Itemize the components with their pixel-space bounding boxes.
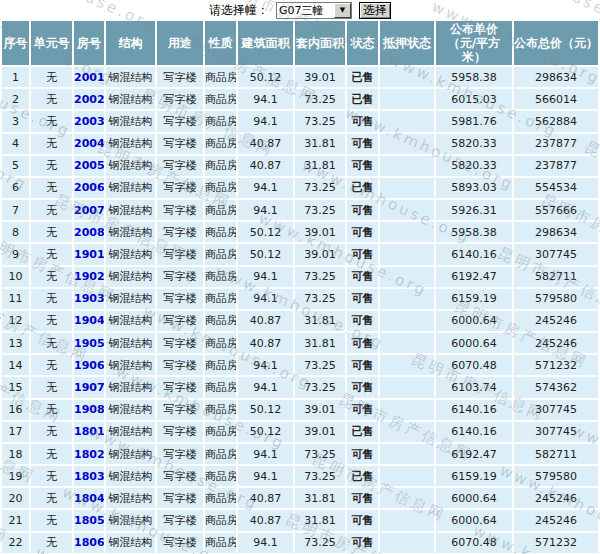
room-number-link[interactable]: 1901 <box>74 248 104 261</box>
room-number-link[interactable]: 1802 <box>74 448 104 461</box>
room-number-link[interactable]: 2004 <box>74 137 104 150</box>
room-number-link[interactable]: 1801 <box>74 425 104 438</box>
room-number-link[interactable]: 2007 <box>74 204 104 217</box>
cell-room-no: 1905 <box>74 333 104 353</box>
room-number-link[interactable]: 1805 <box>74 514 104 527</box>
cell-build-area: 40.87 <box>238 311 293 331</box>
cell-mortgage-status <box>380 444 434 464</box>
cell-inner-area: 73.25 <box>295 533 345 553</box>
cell-seq: 12 <box>2 311 29 331</box>
cell-room-no: 1906 <box>74 355 104 375</box>
cell-total-price: 237877 <box>514 134 598 154</box>
room-number-link[interactable]: 1903 <box>74 292 104 305</box>
cell-seq: 5 <box>2 156 29 176</box>
cell-nature: 商品房 <box>205 400 236 420</box>
status-badge: 可售 <box>347 333 378 353</box>
table-row: 13无1905钢混结构写字楼商品房40.8731.81可售6000.642452… <box>2 333 598 353</box>
table-row: 21无1805钢混结构写字楼商品房40.8731.81可售6000.642452… <box>2 510 598 530</box>
cell-mortgage-status <box>380 67 434 87</box>
cell-nature: 商品房 <box>205 289 236 309</box>
cell-mortgage-status <box>380 488 434 508</box>
cell-seq: 16 <box>2 400 29 420</box>
property-table: 序号单元号房号结构用途性质建筑面积套内面积状态抵押状态公布单价（元/平方米）公布… <box>0 19 600 554</box>
cell-build-area: 40.87 <box>238 333 293 353</box>
room-number-link[interactable]: 1907 <box>74 381 104 394</box>
cell-build-area: 40.87 <box>238 510 293 530</box>
cell-build-area: 94.1 <box>238 267 293 287</box>
room-number-link[interactable]: 1803 <box>74 470 104 483</box>
chevron-down-icon[interactable]: ▼ <box>334 3 351 18</box>
cell-room-no: 1903 <box>74 289 104 309</box>
building-selector-bar: 请选择幢： G07三幢 ▼ 选择 <box>0 0 600 19</box>
room-number-link[interactable]: 1902 <box>74 270 104 283</box>
column-header-build-area: 建筑面积 <box>238 21 293 65</box>
room-number-link[interactable]: 1806 <box>74 536 104 549</box>
status-badge: 可售 <box>347 533 378 553</box>
cell-unit-no: 无 <box>31 377 72 397</box>
cell-unit-no: 无 <box>31 289 72 309</box>
room-number-link[interactable]: 2001 <box>74 71 104 84</box>
cell-build-area: 94.1 <box>238 200 293 220</box>
cell-inner-area: 39.01 <box>295 67 345 87</box>
cell-unit-no: 无 <box>31 89 72 109</box>
cell-structure: 钢混结构 <box>106 111 155 131</box>
cell-total-price: 579580 <box>514 466 598 486</box>
room-number-link[interactable]: 2002 <box>74 93 104 106</box>
room-number-link[interactable]: 2006 <box>74 181 104 194</box>
cell-build-area: 50.12 <box>238 422 293 442</box>
cell-seq: 6 <box>2 178 29 198</box>
cell-mortgage-status <box>380 533 434 553</box>
building-select-label: 请选择幢： <box>209 2 269 19</box>
cell-mortgage-status <box>380 400 434 420</box>
cell-mortgage-status <box>380 333 434 353</box>
room-number-link[interactable]: 1905 <box>74 337 104 350</box>
cell-build-area: 94.1 <box>238 289 293 309</box>
building-select[interactable]: G07三幢 ▼ <box>276 2 352 19</box>
cell-total-price: 562884 <box>514 111 598 131</box>
cell-room-no: 2007 <box>74 200 104 220</box>
cell-build-area: 94.1 <box>238 111 293 131</box>
cell-unit-price: 6000.64 <box>436 311 512 331</box>
cell-structure: 钢混结构 <box>106 422 155 442</box>
cell-nature: 商品房 <box>205 67 236 87</box>
cell-structure: 钢混结构 <box>106 267 155 287</box>
cell-total-price: 298634 <box>514 67 598 87</box>
cell-inner-area: 73.25 <box>295 377 345 397</box>
select-building-button[interactable]: 选择 <box>359 2 391 19</box>
column-header-inner-area: 套内面积 <box>295 21 345 65</box>
cell-room-no: 1804 <box>74 488 104 508</box>
cell-seq: 13 <box>2 333 29 353</box>
cell-usage: 写字楼 <box>157 289 203 309</box>
status-badge: 可售 <box>347 488 378 508</box>
room-number-link[interactable]: 1904 <box>74 314 104 327</box>
cell-unit-price: 5981.76 <box>436 111 512 131</box>
table-row: 19无1803钢混结构写字楼商品房94.173.25已售6159.1957958… <box>2 466 598 486</box>
cell-mortgage-status <box>380 510 434 530</box>
cell-structure: 钢混结构 <box>106 466 155 486</box>
room-number-link[interactable]: 2008 <box>74 226 104 239</box>
cell-seq: 7 <box>2 200 29 220</box>
cell-usage: 写字楼 <box>157 510 203 530</box>
table-row: 2无2002钢混结构写字楼商品房94.173.25已售6015.03566014 <box>2 89 598 109</box>
cell-unit-no: 无 <box>31 200 72 220</box>
room-number-link[interactable]: 1906 <box>74 359 104 372</box>
cell-structure: 钢混结构 <box>106 244 155 264</box>
cell-nature: 商品房 <box>205 422 236 442</box>
cell-total-price: 245246 <box>514 510 598 530</box>
cell-structure: 钢混结构 <box>106 377 155 397</box>
cell-unit-price: 6015.03 <box>436 89 512 109</box>
cell-seq: 9 <box>2 244 29 264</box>
room-number-link[interactable]: 1804 <box>74 492 104 505</box>
cell-inner-area: 73.25 <box>295 355 345 375</box>
cell-structure: 钢混结构 <box>106 400 155 420</box>
cell-usage: 写字楼 <box>157 311 203 331</box>
status-badge: 可售 <box>347 444 378 464</box>
room-number-link[interactable]: 1908 <box>74 403 104 416</box>
status-badge: 已售 <box>347 466 378 486</box>
room-number-link[interactable]: 2003 <box>74 115 104 128</box>
cell-total-price: 582711 <box>514 444 598 464</box>
cell-nature: 商品房 <box>205 244 236 264</box>
room-number-link[interactable]: 2005 <box>74 159 104 172</box>
cell-unit-no: 无 <box>31 111 72 131</box>
cell-usage: 写字楼 <box>157 111 203 131</box>
